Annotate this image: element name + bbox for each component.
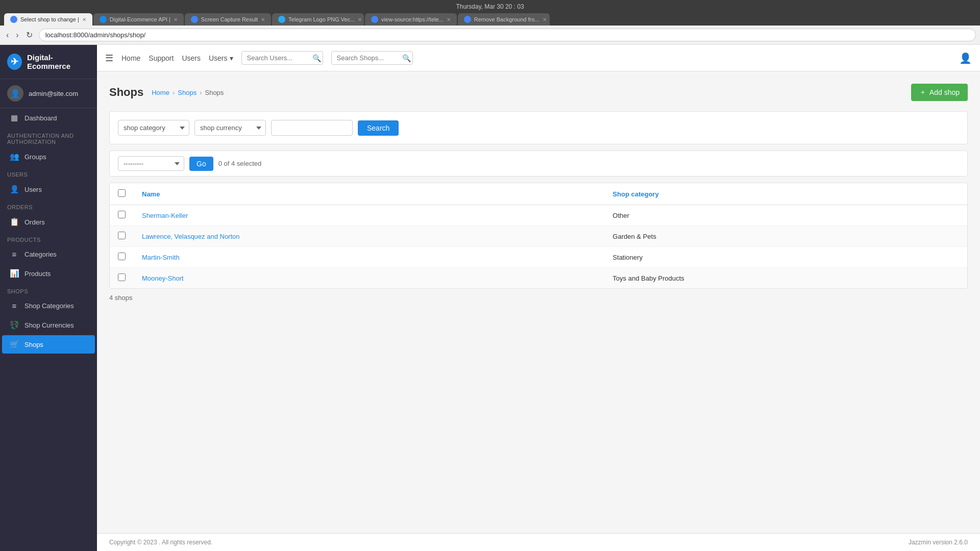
topnav: ☰ Home Support Users Users ▾ 🔍 🔍 👤 <box>97 45 980 71</box>
browser-tab[interactable]: Remove Background fro... ✕ <box>458 13 550 26</box>
page-header-left: Shops Home › Shops › Shops <box>109 86 224 99</box>
breadcrumb-sep: › <box>173 89 175 96</box>
footer-copyright: Copyright © 2023 . All rights reserved. <box>109 539 212 546</box>
search-users-input[interactable] <box>241 51 323 65</box>
menu-toggle-icon[interactable]: ☰ <box>105 53 113 64</box>
search-users-button[interactable]: 🔍 <box>312 54 321 62</box>
selected-count: 0 of 4 selected <box>218 160 262 167</box>
browser-chrome: Thursday, Mar 30 20 : 03 Select shop to … <box>0 0 980 26</box>
table-header-name[interactable]: Name <box>134 183 604 205</box>
tab-favicon <box>464 16 471 23</box>
tab-close-icon[interactable]: ✕ <box>261 17 265 22</box>
sidebar-item-label: Shop Categories <box>24 302 74 310</box>
row-checkbox-cell[interactable] <box>110 226 134 247</box>
sidebar-item-label: Orders <box>24 218 45 226</box>
shop-name-link[interactable]: Sherman-Keller <box>142 212 188 219</box>
row-checkbox-cell[interactable] <box>110 268 134 289</box>
address-bar[interactable] <box>39 29 976 41</box>
sidebar-item-label: Users <box>24 186 42 193</box>
shop-category-filter[interactable]: shop category <box>118 120 189 136</box>
sidebar-item-shops[interactable]: 🛒 Shops <box>2 335 95 354</box>
main-content: Shops Home › Shops › Shops ＋ Add shop sh… <box>97 71 980 533</box>
page-footer: Copyright © 2023 . All rights reserved. … <box>97 533 980 551</box>
sidebar-item-products[interactable]: 📊 Products <box>2 264 95 283</box>
products-icon: 📊 <box>9 269 19 278</box>
browser-tab[interactable]: Digital-Ecommerce API | ✕ <box>93 13 184 26</box>
plus-icon: ＋ <box>919 88 926 97</box>
browser-tab[interactable]: Screen Capture Result ✕ <box>185 13 271 26</box>
row-checkbox[interactable] <box>118 211 126 218</box>
shop-name-link[interactable]: Lawrence, Velasquez and Norton <box>142 233 240 240</box>
sidebar-item-label: Shops <box>24 341 43 348</box>
row-checkbox-cell[interactable] <box>110 247 134 268</box>
browser-tab-active[interactable]: Select shop to change | ✕ <box>4 13 92 26</box>
shop-name-link[interactable]: Mooney-Short <box>142 274 184 282</box>
row-checkbox[interactable] <box>118 273 126 281</box>
bulk-action-select[interactable]: --------- <box>118 156 184 171</box>
tab-close-icon[interactable]: ✕ <box>82 17 86 22</box>
sidebar-item-categories[interactable]: ≡ Categories <box>2 245 95 263</box>
row-checkbox[interactable] <box>118 232 126 239</box>
row-name-cell: Lawrence, Velasquez and Norton <box>134 226 604 247</box>
sidebar-logo-text: Digital-Ecommerce <box>27 53 90 70</box>
add-shop-button[interactable]: ＋ Add shop <box>911 84 968 101</box>
table-footer: 4 shops <box>109 289 968 307</box>
table-row: Lawrence, Velasquez and Norton Garden & … <box>110 226 967 247</box>
shop-currency-filter[interactable]: shop currency <box>194 120 266 136</box>
search-shops-input[interactable] <box>331 51 413 65</box>
row-name-cell: Mooney-Short <box>134 268 604 289</box>
orders-icon: 📋 <box>9 217 19 227</box>
sidebar-item-groups[interactable]: 👥 Groups <box>2 147 95 166</box>
topnav-support-link[interactable]: Support <box>149 54 174 62</box>
breadcrumb-current: Shops <box>205 89 224 96</box>
logo-icon: ✈ <box>7 54 22 70</box>
sidebar-logo: ✈ Digital-Ecommerce <box>0 45 97 79</box>
sidebar-item-label: Groups <box>24 153 46 161</box>
tab-close-icon[interactable]: ✕ <box>174 17 178 22</box>
sidebar-item-shop-currencies[interactable]: 💱 Shop Currencies <box>2 316 95 334</box>
table-header-category[interactable]: Shop category <box>604 183 967 205</box>
categories-icon: ≡ <box>9 250 19 259</box>
nav-forward-button[interactable]: › <box>14 29 20 41</box>
breadcrumb-home-link[interactable]: Home <box>152 89 169 96</box>
browser-addressbar: ‹ › ↻ <box>0 26 980 45</box>
table-select-all-header[interactable] <box>110 183 134 205</box>
select-all-checkbox[interactable] <box>118 189 126 197</box>
tab-close-icon[interactable]: ✕ <box>358 17 362 22</box>
row-checkbox-cell[interactable] <box>110 205 134 226</box>
tab-close-icon[interactable]: ✕ <box>447 17 451 22</box>
nav-refresh-button[interactable]: ↻ <box>24 29 35 41</box>
topnav-users-link[interactable]: Users <box>182 54 201 62</box>
search-filter-input[interactable] <box>271 120 353 136</box>
search-button[interactable]: Search <box>358 120 399 136</box>
tab-favicon <box>100 16 107 23</box>
browser-nav: ‹ › ↻ <box>4 29 35 41</box>
sidebar-section-orders: Orders <box>0 199 97 212</box>
breadcrumb-shops-link[interactable]: Shops <box>178 89 197 96</box>
breadcrumb: Home › Shops › Shops <box>152 89 224 96</box>
row-category-cell: Garden & Pets <box>604 226 967 247</box>
browser-titlebar: Thursday, Mar 30 20 : 03 <box>4 3 976 13</box>
tab-close-icon[interactable]: ✕ <box>543 17 547 22</box>
search-shops-button[interactable]: 🔍 <box>402 54 411 62</box>
sidebar-item-orders[interactable]: 📋 Orders <box>2 213 95 231</box>
sidebar-username: admin@site.com <box>29 90 78 97</box>
topnav-home-link[interactable]: Home <box>121 54 140 62</box>
tab-favicon <box>191 16 198 23</box>
topnav-right: 👤 <box>959 52 972 64</box>
table-header-row: Name Shop category <box>110 183 967 205</box>
action-bar: --------- Go 0 of 4 selected <box>109 151 968 177</box>
nav-back-button[interactable]: ‹ <box>4 29 11 41</box>
sidebar-item-users[interactable]: 👤 Users <box>2 180 95 198</box>
shop-currencies-icon: 💱 <box>9 320 19 330</box>
browser-tab[interactable]: view-source:https://tele... ✕ <box>365 13 457 26</box>
sidebar-item-dashboard[interactable]: ▦ Dashboard <box>2 109 95 127</box>
topnav-user-icon[interactable]: 👤 <box>959 53 972 64</box>
sidebar-item-shop-categories[interactable]: ≡ Shop Categories <box>2 297 95 315</box>
shop-name-link[interactable]: Martin-Smith <box>142 254 180 261</box>
avatar: 👤 <box>7 85 23 102</box>
browser-tab[interactable]: Telegram Logo PNG Vec... ✕ <box>272 13 364 26</box>
go-button[interactable]: Go <box>189 157 213 171</box>
row-checkbox[interactable] <box>118 253 126 260</box>
topnav-users-dropdown[interactable]: Users ▾ <box>209 54 233 62</box>
